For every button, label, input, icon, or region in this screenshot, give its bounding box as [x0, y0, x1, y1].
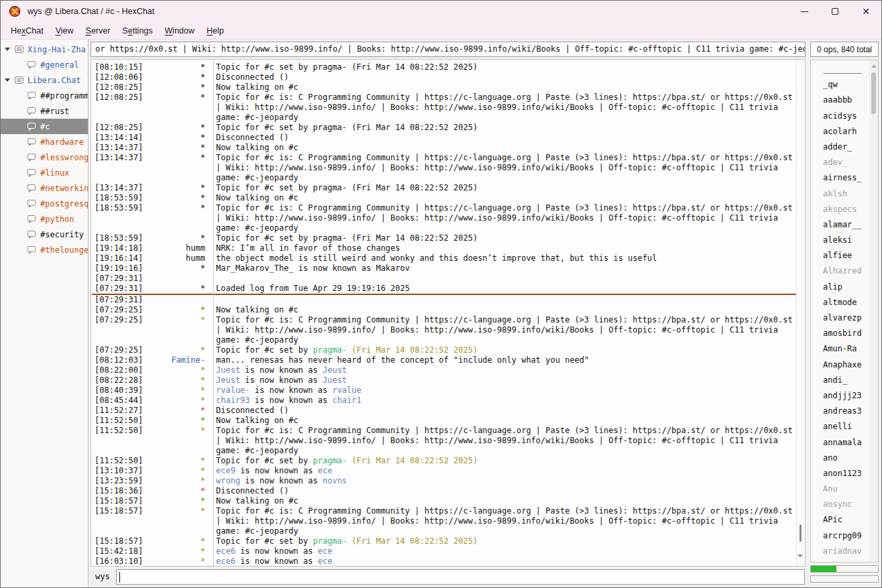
userlist-item[interactable]: acolarh: [811, 127, 878, 142]
userlist-item[interactable]: Anu: [811, 484, 878, 499]
chat-scrollbar-thumb[interactable]: [800, 524, 802, 542]
tree-item-#hardware[interactable]: #hardware: [1, 134, 88, 150]
userlist-item[interactable]: Arsen: [811, 562, 878, 563]
nick-column: *: [143, 546, 209, 556]
userlist-item[interactable]: Alhazred: [811, 266, 878, 282]
userlist-item[interactable]: alip: [811, 282, 878, 298]
menu-window[interactable]: Window: [159, 24, 201, 38]
tree-item-#lesswrong[interactable]: #lesswrong: [1, 150, 88, 165]
userlist-scroll-up-icon[interactable]: [871, 64, 877, 68]
userlist-item[interactable]: andi_: [811, 375, 878, 391]
nick-column: *: [143, 315, 209, 345]
nick-column: *: [143, 386, 209, 396]
tree-item-libera-chat[interactable]: Libera.Chat: [1, 72, 88, 88]
userlist-item[interactable]: anelli: [811, 422, 878, 437]
nick-column: *: [143, 496, 209, 506]
menu-settings[interactable]: Settings: [116, 24, 158, 38]
userlist-item[interactable]: aleksi: [811, 235, 878, 251]
userlist-item[interactable]: amosbird: [811, 329, 878, 344]
chat-line: [15:18:57]*Topic for #c set by pragma- (…: [91, 536, 805, 546]
userlist-item[interactable]: aaabbb: [811, 95, 878, 111]
timestamp: [18:53:59]: [91, 193, 143, 203]
userlist-item[interactable]: airness_: [811, 173, 878, 188]
userlist-item[interactable]: ________: [811, 64, 878, 80]
userlist-item[interactable]: aklsh: [811, 189, 878, 204]
tree-item-#python[interactable]: #python: [1, 211, 88, 227]
menu-server[interactable]: Server: [80, 24, 117, 38]
timestamp: [08:22:00]: [91, 365, 143, 375]
timestamp: [11:52:50]: [91, 426, 143, 456]
tree-item-#postgresq[interactable]: #postgresq: [1, 196, 88, 211]
menu-view[interactable]: View: [50, 24, 80, 38]
expander-down-icon[interactable]: [5, 48, 10, 51]
nick-column: *: [143, 375, 209, 386]
tree-item-xing-hai-zha[interactable]: Xing-Hai-Zha: [1, 42, 88, 57]
nick-column: *: [143, 153, 209, 183]
expander-down-icon[interactable]: [5, 78, 10, 82]
message-text: Disconnected (): [209, 133, 805, 143]
userlist-item[interactable]: altmode: [811, 298, 878, 313]
userlist-item[interactable]: akspecs: [811, 204, 878, 220]
userlist-item[interactable]: alamar__: [811, 220, 878, 235]
tree-item-#networkin[interactable]: #networkin: [1, 180, 88, 196]
chat-scrollbar[interactable]: [796, 60, 805, 566]
userlist-item[interactable]: acidsys: [811, 111, 878, 127]
nick-column: *: [143, 365, 209, 375]
timestamp: [12:08:25]: [91, 82, 143, 93]
nick-column: *: [143, 456, 209, 466]
hexchat-logo-icon: [9, 5, 21, 17]
minimize-button[interactable]: [789, 1, 820, 22]
message-text: Topic for #c set by pragma- (Fri Mar 14 …: [209, 345, 805, 355]
userlist-item[interactable]: APic: [811, 515, 878, 530]
nick-column: *: [143, 82, 209, 93]
network-icon: [15, 46, 23, 53]
userlist-item[interactable]: Amun-Ra: [811, 344, 878, 359]
tree-item-label: #networkin: [40, 184, 89, 193]
nick-column: *: [143, 476, 209, 486]
tree-item-##rust[interactable]: ##rust: [1, 103, 88, 119]
tree-item-##programm[interactable]: ##programm: [1, 88, 88, 103]
menu-hexchat[interactable]: HexChat: [5, 24, 50, 38]
userlist-scrollbar-thumb[interactable]: [871, 72, 876, 114]
titlebar[interactable]: wys @ Libera.Chat / #c - HexChat ✕: [1, 1, 881, 22]
userlist-item[interactable]: anon1123: [811, 469, 878, 484]
chat-line: [08:22:00]*Juest is now known as Jeust: [91, 365, 805, 375]
menu-help[interactable]: Help: [201, 24, 230, 38]
tree-item-#general[interactable]: #general: [1, 57, 88, 72]
userlist-item[interactable]: annamala: [811, 438, 878, 453]
userlist-item[interactable]: _qw: [811, 80, 878, 95]
userlist-item[interactable]: alfiee: [811, 251, 878, 266]
nick-column: *: [143, 396, 209, 406]
userlist-item[interactable]: ano: [811, 453, 878, 469]
tree-item-#thelounge[interactable]: #thelounge: [1, 242, 88, 257]
timestamp: [07:29:31]: [91, 284, 143, 294]
userlist-item[interactable]: andreas3: [811, 406, 878, 422]
userlist-item[interactable]: Anaphaxe: [811, 360, 878, 375]
timestamp: [15:42:18]: [91, 546, 143, 556]
message-text: Loaded log from Tue Apr 29 19:19:16 2025: [209, 284, 805, 294]
nick-column: Famine-: [143, 355, 209, 365]
userlist-item[interactable]: andjjj23: [811, 391, 878, 406]
userlist-scrollbar[interactable]: [869, 60, 878, 562]
timestamp: [07:29:31]: [91, 295, 143, 305]
nick-column: *: [143, 406, 209, 416]
userlist-item[interactable]: ariadnav: [811, 546, 878, 562]
chat-scroll-down-icon[interactable]: [797, 554, 803, 558]
chat-text-area[interactable]: [08:10:15]*Topic for #c set by pragma- (…: [91, 59, 806, 567]
channel-icon: [27, 123, 36, 129]
nick-column: *: [143, 506, 209, 536]
tree-item-#security[interactable]: #security: [1, 227, 88, 242]
close-button[interactable]: ✕: [850, 1, 881, 22]
userlist-item[interactable]: adder_: [811, 142, 878, 158]
tree-item-#linux[interactable]: #linux: [1, 165, 88, 180]
message-input[interactable]: [116, 569, 805, 585]
channel-icon: [27, 169, 36, 175]
tree-item-#c[interactable]: #c: [1, 119, 88, 134]
userlist-item[interactable]: arcrpg09: [811, 531, 878, 546]
chat-line: [13:14:14]*Disconnected (): [91, 133, 805, 143]
userlist-item[interactable]: aosync: [811, 499, 878, 515]
maximize-button[interactable]: [820, 1, 850, 22]
topic-input[interactable]: or https://0x0.st | Wiki: http://www.iso…: [91, 42, 806, 57]
userlist-item[interactable]: adev_: [811, 158, 878, 173]
userlist-item[interactable]: alvarezp: [811, 313, 878, 329]
